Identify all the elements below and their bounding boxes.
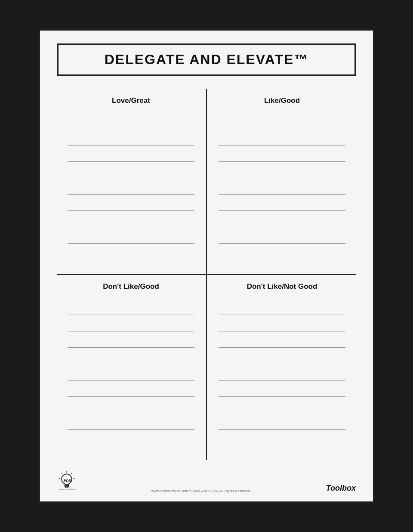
- write-line[interactable]: [68, 145, 194, 162]
- write-line[interactable]: [68, 315, 194, 331]
- quadrant-grid: Love/Great Like/Good: [57, 89, 356, 460]
- page: DELEGATE AND ELEVATE™ Love/Great Like/Go…: [39, 29, 374, 503]
- write-line[interactable]: [68, 211, 194, 227]
- footer-logo-area: EOS ® Entrepreneurial Operating System ®: [57, 471, 76, 493]
- write-line[interactable]: [219, 113, 345, 129]
- write-line[interactable]: [219, 348, 345, 364]
- write-line[interactable]: [68, 178, 194, 195]
- quadrant-top-right-title: Like/Good: [219, 96, 345, 105]
- svg-text:Entrepreneurial Operating Syst: Entrepreneurial Operating System: [59, 489, 76, 491]
- svg-line-4: [62, 473, 62, 474]
- write-line[interactable]: [219, 195, 345, 211]
- horizontal-divider: [57, 274, 356, 275]
- write-line[interactable]: [68, 380, 194, 397]
- write-line[interactable]: [219, 227, 345, 244]
- write-line[interactable]: [219, 364, 345, 380]
- write-line[interactable]: [219, 331, 345, 348]
- write-line[interactable]: [219, 129, 345, 145]
- write-line[interactable]: [68, 195, 194, 211]
- quadrant-bottom-right: Don't Like/Not Good: [206, 275, 356, 461]
- footer: EOS ® Entrepreneurial Operating System ®…: [57, 469, 356, 493]
- write-line[interactable]: [219, 315, 345, 331]
- write-line[interactable]: [219, 299, 345, 315]
- write-line[interactable]: [219, 211, 345, 227]
- write-line[interactable]: [68, 129, 194, 145]
- quadrant-top-left-title: Love/Great: [68, 96, 194, 105]
- quadrant-top-left: Love/Great: [57, 89, 206, 275]
- write-line[interactable]: [219, 162, 345, 178]
- write-line[interactable]: [219, 178, 345, 195]
- eos-logo-icon: EOS ® Entrepreneurial Operating System ®: [57, 471, 76, 493]
- write-line[interactable]: [219, 413, 345, 430]
- write-line[interactable]: [219, 145, 345, 162]
- quadrant-bottom-right-title: Don't Like/Not Good: [219, 282, 345, 291]
- write-line[interactable]: [68, 227, 194, 244]
- svg-rect-8: [65, 486, 68, 488]
- bottom-left-lines: [68, 299, 194, 453]
- page-title: DELEGATE AND ELEVATE™: [105, 52, 309, 67]
- write-line[interactable]: [68, 364, 194, 380]
- write-line[interactable]: [68, 348, 194, 364]
- quadrant-bottom-left: Don't Like/Good: [57, 275, 206, 461]
- footer-toolbox-label: Toolbox: [326, 484, 356, 493]
- svg-line-2: [71, 473, 72, 474]
- write-line[interactable]: [219, 397, 345, 413]
- write-line[interactable]: [219, 380, 345, 397]
- title-box: DELEGATE AND ELEVATE™: [57, 43, 356, 76]
- bottom-right-lines: [219, 299, 345, 453]
- write-line[interactable]: [68, 397, 194, 413]
- write-line[interactable]: [68, 162, 194, 178]
- write-line[interactable]: [68, 113, 194, 129]
- footer-copyright: www.eosworldwide.com © 2003–2019 EOS. Al…: [85, 489, 317, 493]
- write-line[interactable]: [68, 331, 194, 348]
- top-right-lines: [219, 113, 345, 267]
- write-line[interactable]: [68, 299, 194, 315]
- quadrant-top-right: Like/Good: [206, 89, 356, 275]
- write-line[interactable]: [68, 413, 194, 430]
- top-left-lines: [68, 113, 194, 267]
- quadrant-bottom-left-title: Don't Like/Good: [68, 282, 194, 291]
